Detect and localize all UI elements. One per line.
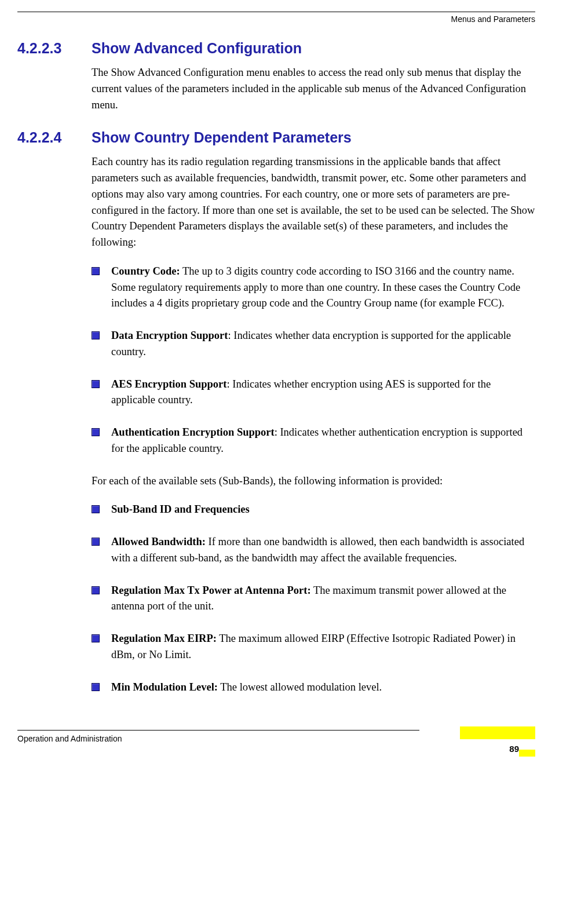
section-body-4-2-2-3: The Show Advanced Configuration menu ena… bbox=[92, 65, 535, 113]
section-number: 4.2.2.3 bbox=[17, 40, 92, 57]
list-item: Allowed Bandwidth: If more than one band… bbox=[92, 534, 535, 567]
footer-rule bbox=[17, 730, 419, 731]
list-item-label: Sub-Band ID and Frequencies bbox=[111, 503, 250, 515]
page-number: 89 bbox=[509, 744, 519, 754]
bullet-list-secondary: Sub-Band ID and Frequencies Allowed Band… bbox=[92, 502, 535, 695]
list-item: Data Encryption Support: Indicates wheth… bbox=[92, 328, 535, 360]
section-title: Show Advanced Configuration bbox=[92, 40, 302, 57]
list-item-text: The lowest allowed modulation level. bbox=[218, 681, 382, 693]
list-item-label: Data Encryption Support bbox=[111, 330, 228, 341]
section-title: Show Country Dependent Parameters bbox=[92, 129, 352, 146]
page-footer: Operation and Administration 89 bbox=[0, 730, 570, 766]
list-item: Regulation Max EIRP: The maximum allowed… bbox=[92, 631, 535, 663]
footer-accent: 89 bbox=[460, 726, 535, 757]
paragraph: Each country has its radio regulation re… bbox=[92, 154, 535, 251]
header-right-text: Menus and Parameters bbox=[451, 14, 535, 24]
section-heading-4-2-2-3: 4.2.2.3 Show Advanced Configuration bbox=[17, 40, 535, 57]
section-body-4-2-2-4: Each country has its radio regulation re… bbox=[92, 154, 535, 695]
section-heading-4-2-2-4: 4.2.2.4 Show Country Dependent Parameter… bbox=[17, 129, 535, 146]
section-number: 4.2.2.4 bbox=[17, 129, 92, 146]
list-item-label: AES Encryption Support bbox=[111, 378, 226, 390]
list-item: Country Code: The up to 3 digits country… bbox=[92, 264, 535, 312]
yellow-accent-top bbox=[460, 726, 535, 739]
list-item: Regulation Max Tx Power at Antenna Port:… bbox=[92, 583, 535, 615]
yellow-accent-bottom bbox=[519, 750, 535, 757]
list-item: Min Modulation Level: The lowest allowed… bbox=[92, 680, 535, 696]
list-item: Authentication Encryption Support: Indic… bbox=[92, 425, 535, 457]
list-item-label: Country Code: bbox=[111, 265, 180, 277]
list-item-label: Regulation Max Tx Power at Antenna Port: bbox=[111, 585, 311, 596]
bullet-list-primary: Country Code: The up to 3 digits country… bbox=[92, 264, 535, 457]
list-item-label: Min Modulation Level: bbox=[111, 681, 218, 693]
paragraph: For each of the available sets (Sub-Band… bbox=[92, 473, 535, 490]
paragraph: The Show Advanced Configuration menu ena… bbox=[92, 65, 535, 113]
list-item-label: Authentication Encryption Support bbox=[111, 426, 275, 438]
page-header: Menus and Parameters bbox=[17, 12, 535, 24]
list-item-label: Allowed Bandwidth: bbox=[111, 536, 206, 547]
list-item-label: Regulation Max EIRP: bbox=[111, 633, 217, 644]
list-item: Sub-Band ID and Frequencies bbox=[92, 502, 535, 518]
list-item: AES Encryption Support: Indicates whethe… bbox=[92, 377, 535, 409]
